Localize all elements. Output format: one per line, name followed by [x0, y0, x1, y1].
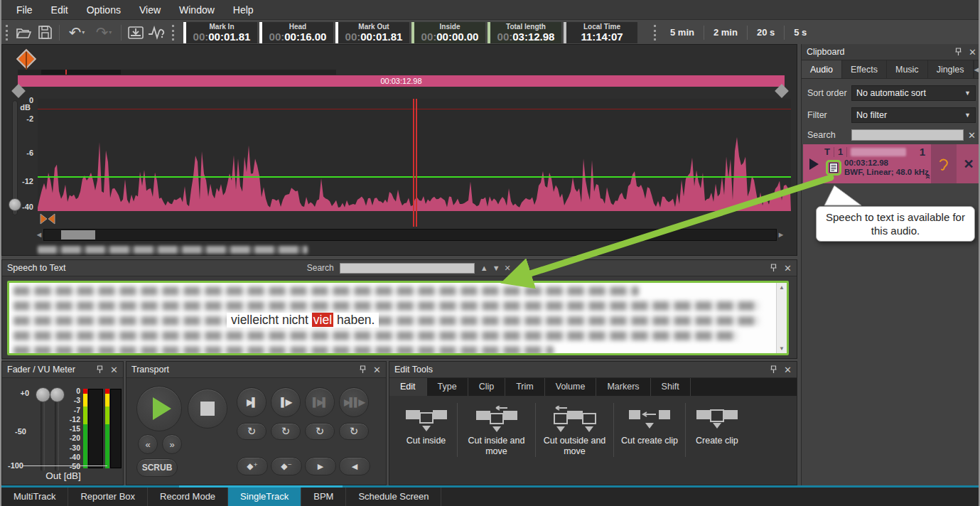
marker-diamond-orange[interactable]: [16, 49, 36, 69]
import-audio-icon[interactable]: [125, 24, 146, 41]
search-prev-next-clear[interactable]: ▲▼✕: [480, 264, 515, 273]
tab-record-mode[interactable]: Record Mode: [148, 488, 228, 506]
remove-marker-button[interactable]: ◆⁻: [271, 457, 302, 475]
prelisten-button[interactable]: [931, 144, 957, 183]
close-icon[interactable]: ✕: [110, 365, 118, 375]
duration-ruler-bar[interactable]: 00:03:12.98: [18, 75, 785, 87]
toolbar-drag-handle[interactable]: [172, 25, 175, 41]
fader-track-right[interactable]: [55, 394, 59, 471]
menu-edit[interactable]: Edit: [42, 0, 77, 20]
tool-create-clip[interactable]: Create clip: [686, 403, 748, 457]
fader-track-left[interactable]: [41, 394, 45, 471]
open-file-icon[interactable]: [13, 24, 34, 41]
menu-help[interactable]: Help: [224, 0, 263, 20]
tool-cut-inside[interactable]: Cut inside: [395, 403, 458, 457]
loop-button-3[interactable]: ↻: [305, 423, 335, 440]
clear-search-icon[interactable]: ✕: [968, 130, 976, 141]
tab-audio[interactable]: Audio: [802, 60, 842, 78]
tab-scroll-arrows[interactable]: ◀▶: [974, 60, 980, 78]
collapse-chevron-icon[interactable]: »: [922, 174, 932, 179]
tab-effects[interactable]: Effects: [842, 60, 887, 78]
close-icon[interactable]: ✕: [969, 47, 976, 58]
scroll-left-arrow[interactable]: ◄: [35, 230, 43, 239]
play-from-mark-button[interactable]: ▌▶: [271, 387, 301, 417]
tab-edit[interactable]: Edit: [389, 378, 427, 396]
pin-icon[interactable]: [770, 365, 777, 374]
loop-button-2[interactable]: ↻: [271, 423, 301, 440]
save-icon[interactable]: [34, 24, 55, 41]
prev-marker-button[interactable]: ◀: [339, 457, 370, 475]
scrollbar-thumb[interactable]: [61, 230, 95, 239]
clipboard-search-input[interactable]: [851, 129, 964, 141]
tab-markers[interactable]: Markers: [596, 378, 650, 396]
sort-order-dropdown[interactable]: No automatic sort▼: [851, 85, 976, 101]
tab-volume[interactable]: Volume: [545, 378, 597, 396]
scrub-button[interactable]: SCRUB: [136, 458, 178, 477]
overview-strip[interactable]: [18, 70, 336, 75]
skip-forward-button[interactable]: »: [162, 434, 182, 454]
speech-to-text-available-icon[interactable]: [826, 160, 841, 176]
play-around-cut-button[interactable]: ▶▌▌▶: [339, 387, 369, 417]
tool-cut-inside-and-move[interactable]: Cut inside and move: [458, 403, 536, 457]
zoom-2min-button[interactable]: 2 min: [704, 27, 747, 38]
play-to-mark-button[interactable]: ▶▌: [237, 387, 266, 417]
close-icon[interactable]: ✕: [784, 263, 792, 274]
menu-view[interactable]: View: [130, 0, 170, 20]
redo-button[interactable]: ↷▾: [90, 24, 117, 41]
close-icon[interactable]: ✕: [373, 365, 381, 375]
tab-clip[interactable]: Clip: [468, 378, 506, 396]
fader-knob-right[interactable]: [50, 387, 65, 402]
entry-play-button[interactable]: [803, 144, 824, 183]
toolbar-drag-handle[interactable]: [6, 25, 9, 41]
edit-point-marker[interactable]: [39, 212, 56, 225]
tab-multitrack[interactable]: MultiTrack: [1, 488, 68, 506]
tab-type[interactable]: Type: [427, 378, 468, 396]
pin-icon[interactable]: [770, 264, 777, 272]
menu-file[interactable]: File: [7, 0, 42, 20]
scroll-right-arrow[interactable]: ►: [777, 230, 785, 239]
waveform-analysis-icon[interactable]: [146, 24, 168, 41]
tab-singletrack[interactable]: SingleTrack: [228, 488, 301, 506]
pin-icon[interactable]: [97, 365, 103, 374]
scrollbar-track[interactable]: [43, 229, 777, 241]
tab-bpm[interactable]: BPM: [301, 488, 346, 506]
stop-button[interactable]: [188, 389, 227, 429]
clipboard-audio-entry[interactable]: T1 1 00:03:12.98 BWF, Linear; 48.0 kHz »…: [803, 144, 980, 183]
zoom-20s-button[interactable]: 20 s: [748, 27, 784, 38]
loop-button-4[interactable]: ↻: [339, 423, 369, 440]
transcript-visible-phrase[interactable]: vielleicht nicht viel haben.: [227, 313, 379, 328]
scroll-down-arrow[interactable]: ▼: [779, 345, 785, 352]
transcript-scrollbar[interactable]: ▲▼: [776, 283, 787, 353]
add-marker-button[interactable]: ◆⁺: [237, 457, 268, 475]
tool-cut-create-clip[interactable]: Cut create clip: [614, 403, 686, 457]
undo-button[interactable]: ↶▾: [63, 24, 90, 41]
zoom-5min-button[interactable]: 5 min: [661, 27, 704, 38]
tab-schedule-screen[interactable]: Schedule Screen: [346, 488, 441, 506]
pin-icon[interactable]: [360, 365, 366, 374]
speech-search-input[interactable]: [340, 263, 475, 274]
tab-jingles[interactable]: Jingles: [928, 60, 974, 78]
filter-dropdown[interactable]: No filter▼: [851, 107, 976, 123]
loop-button-1[interactable]: ↻: [237, 423, 266, 440]
zoom-5s-button[interactable]: 5 s: [785, 27, 816, 38]
entry-delete-button[interactable]: ✕: [957, 144, 980, 183]
horizontal-scrollbar[interactable]: ◄ ►: [35, 228, 785, 241]
scroll-up-arrow[interactable]: ▲: [779, 284, 785, 291]
tab-trim[interactable]: Trim: [505, 378, 545, 396]
tab-shift[interactable]: Shift: [651, 378, 691, 396]
menu-options[interactable]: Options: [77, 0, 130, 20]
toolbar-drag-handle[interactable]: [654, 25, 657, 41]
close-icon[interactable]: ✕: [784, 365, 792, 375]
play-selection-button[interactable]: ▌▶▌: [305, 387, 335, 417]
tool-cut-outside-and-move[interactable]: Cut outside and move: [536, 403, 614, 457]
menu-window[interactable]: Window: [170, 0, 224, 20]
play-button[interactable]: [136, 386, 182, 431]
skip-back-button[interactable]: «: [138, 434, 158, 454]
pin-icon[interactable]: [955, 48, 962, 56]
fader-knob-left[interactable]: [36, 387, 50, 402]
tab-music[interactable]: Music: [887, 60, 928, 78]
playhead-cursor[interactable]: [413, 99, 417, 227]
transcript-box[interactable]: vielleicht nicht viel haben. ▲▼: [7, 281, 789, 355]
tab-reporter-box[interactable]: Reporter Box: [68, 488, 148, 506]
next-marker-button[interactable]: ▶: [305, 457, 336, 475]
